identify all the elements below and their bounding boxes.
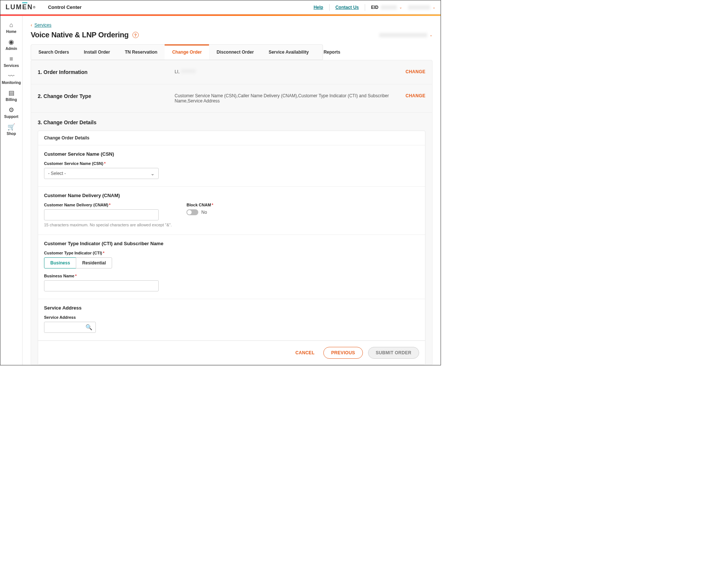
- tenant-selector[interactable]: ⌄: [379, 33, 432, 37]
- sidebar-item-label: Services: [4, 64, 19, 68]
- details-card-heading: Change Order Details: [38, 131, 425, 145]
- footer-actions: CANCEL PREVIOUS SUBMIT ORDER: [38, 341, 425, 365]
- sidebar-item-label: Admin: [6, 47, 17, 51]
- chevron-down-icon: ⌄: [429, 33, 432, 37]
- tab-disconnect-order[interactable]: Disconnect Order: [209, 45, 261, 60]
- section-title: 1. Order Information: [38, 69, 171, 75]
- cancel-button[interactable]: CANCEL: [292, 347, 318, 359]
- sidebar-item-services[interactable]: ≡ Services: [0, 54, 22, 70]
- block-cti: Customer Type Indicator (CTI) and Subscr…: [38, 235, 425, 299]
- page-title: Voice Native & LNP Ordering ?: [31, 31, 139, 39]
- order-card: 1. Order Information LI, CHANGE 2. Chang…: [31, 60, 432, 365]
- tab-tn-reservation[interactable]: TN Reservation: [117, 45, 165, 60]
- order-info-prefix: LI,: [175, 69, 179, 74]
- sidebar-item-billing[interactable]: ▤ Billing: [0, 88, 22, 104]
- service-address-label: Service Address: [44, 315, 419, 320]
- sidebar-item-home[interactable]: ⌂ Home: [0, 20, 22, 36]
- eid-selector[interactable]: EID ⌄: [371, 5, 402, 10]
- gear-icon: ⚙: [9, 107, 14, 113]
- block-cnam-label: Block CNAM*: [186, 203, 213, 207]
- chevron-down-icon: ⌄: [399, 5, 402, 9]
- block-title: Customer Name Delivery (CNAM): [44, 193, 419, 198]
- required-asterisk: *: [104, 161, 105, 166]
- logo: LUMEN®: [6, 3, 36, 11]
- breadcrumb: ‹ Services: [31, 23, 432, 28]
- label-text: Customer Name Delivery (CNAM): [44, 203, 108, 207]
- chevron-down-icon: ⌄: [151, 171, 155, 176]
- eid-label: EID: [371, 5, 378, 10]
- cti-segmented: Business Residential: [44, 257, 419, 268]
- main-content: ‹ Services Voice Native & LNP Ordering ?…: [23, 16, 441, 365]
- invoice-icon: ▤: [9, 90, 14, 96]
- sidebar-item-support[interactable]: ⚙ Support: [0, 105, 22, 121]
- app-name: Control Center: [48, 4, 82, 10]
- user-selector[interactable]: ⌄: [408, 5, 435, 10]
- sidebar: ⌂ Home ◉ Admin ≡ Services 〰 Monitoring ▤…: [0, 16, 23, 365]
- block-title: Customer Type Indicator (CTI) and Subscr…: [44, 241, 419, 246]
- csn-field-label: Customer Service Name (CSN)*: [44, 161, 419, 166]
- cti-field-label: Customer Type Indicator (CTI)*: [44, 251, 419, 255]
- chevron-down-icon: ⌄: [432, 5, 435, 9]
- section-value: Customer Service Name (CSN),Caller Name …: [175, 93, 402, 104]
- csn-select[interactable]: - Select - ⌄: [44, 168, 159, 179]
- section-change-order-details: 3. Change Order Details Change Order Det…: [31, 113, 432, 365]
- cti-option-business[interactable]: Business: [44, 257, 76, 268]
- sidebar-item-label: Monitoring: [2, 81, 21, 85]
- service-address-search[interactable]: 🔍: [44, 322, 96, 333]
- sidebar-item-label: Shop: [7, 132, 16, 136]
- cart-icon: 🛒: [7, 124, 15, 130]
- tab-change-order[interactable]: Change Order: [165, 44, 209, 60]
- divider: [365, 4, 365, 11]
- logo-bar: E: [22, 3, 27, 11]
- user-value: [408, 5, 430, 10]
- required-asterisk: *: [212, 203, 213, 207]
- previous-button[interactable]: PREVIOUS: [323, 347, 363, 359]
- section-change-order-type: 2. Change Order Type Customer Service Na…: [31, 84, 432, 113]
- section-title: 3. Change Order Details: [38, 119, 425, 125]
- cnam-hint: 15 characters maximum. No special charac…: [44, 223, 172, 227]
- logo-suffix: ®: [33, 6, 36, 9]
- tab-reports[interactable]: Reports: [316, 45, 348, 60]
- cti-option-residential[interactable]: Residential: [76, 257, 112, 268]
- label-text: Customer Type Indicator (CTI): [44, 251, 102, 255]
- sidebar-item-admin[interactable]: ◉ Admin: [0, 37, 22, 53]
- sidebar-item-monitoring[interactable]: 〰 Monitoring: [0, 71, 22, 87]
- tabs: Search Orders Install Order TN Reservati…: [31, 44, 323, 60]
- change-link-order-type[interactable]: CHANGE: [405, 93, 425, 98]
- home-icon: ⌂: [9, 22, 13, 28]
- user-icon: ◉: [9, 39, 14, 45]
- logo-part: N: [27, 3, 33, 11]
- help-link[interactable]: Help: [314, 5, 323, 10]
- block-title: Service Address: [44, 305, 419, 311]
- business-name-label: Business Name*: [44, 274, 419, 278]
- required-asterisk: *: [75, 274, 77, 278]
- contact-link[interactable]: Contact Us: [336, 5, 359, 10]
- block-cnam: Customer Name Delivery (CNAM) Customer N…: [38, 187, 425, 235]
- block-cnam-toggle[interactable]: [186, 209, 198, 215]
- back-chevron-icon[interactable]: ‹: [31, 23, 32, 28]
- sidebar-item-label: Support: [4, 115, 18, 119]
- page-title-text: Voice Native & LNP Ordering: [31, 31, 129, 39]
- help-icon[interactable]: ?: [132, 32, 139, 38]
- tab-search-orders[interactable]: Search Orders: [31, 45, 77, 60]
- activity-icon: 〰: [8, 73, 14, 79]
- required-asterisk: *: [109, 203, 111, 207]
- logo-part: LUM: [6, 3, 22, 11]
- business-name-input[interactable]: [44, 280, 159, 291]
- tab-service-availability[interactable]: Service Availability: [261, 45, 316, 60]
- cnam-field-label: Customer Name Delivery (CNAM)*: [44, 203, 172, 207]
- tab-install-order[interactable]: Install Order: [77, 45, 118, 60]
- change-link-order-info[interactable]: CHANGE: [405, 69, 425, 74]
- sidebar-item-shop[interactable]: 🛒 Shop: [0, 122, 22, 138]
- select-placeholder: - Select -: [48, 171, 66, 176]
- breadcrumb-services-link[interactable]: Services: [34, 23, 51, 28]
- divider: [329, 4, 330, 11]
- sidebar-item-label: Home: [6, 30, 17, 34]
- cnam-input[interactable]: [44, 209, 159, 220]
- order-info-redacted: [181, 69, 196, 73]
- submit-order-button[interactable]: SUBMIT ORDER: [368, 347, 419, 359]
- block-csn: Customer Service Name (CSN) Customer Ser…: [38, 145, 425, 187]
- search-icon: 🔍: [85, 324, 92, 331]
- eid-value: [381, 5, 397, 10]
- top-header: LUMEN® Control Center Help Contact Us EI…: [0, 0, 441, 14]
